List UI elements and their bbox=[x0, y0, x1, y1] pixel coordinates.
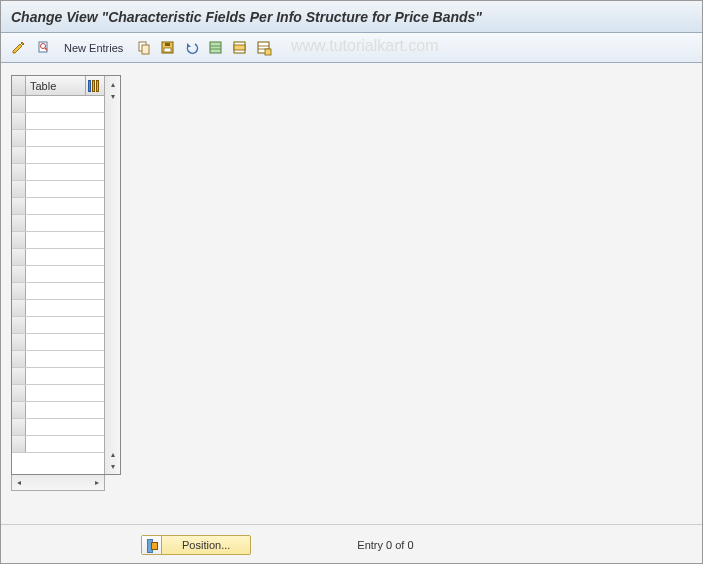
row-selector[interactable] bbox=[12, 130, 26, 146]
table-row[interactable] bbox=[12, 181, 104, 198]
table-row[interactable] bbox=[12, 385, 104, 402]
row-selector[interactable] bbox=[12, 368, 26, 384]
scroll-down-step[interactable]: ▴ bbox=[107, 448, 119, 460]
row-selector[interactable] bbox=[12, 402, 26, 418]
table-row[interactable] bbox=[12, 198, 104, 215]
row-cell[interactable] bbox=[26, 249, 104, 265]
select-all-rows-handle[interactable] bbox=[12, 76, 26, 95]
other-view-button[interactable] bbox=[33, 38, 53, 58]
row-cell[interactable] bbox=[26, 130, 104, 146]
svg-rect-6 bbox=[164, 48, 171, 52]
table-row[interactable] bbox=[12, 351, 104, 368]
table-row[interactable] bbox=[12, 249, 104, 266]
row-selector[interactable] bbox=[12, 385, 26, 401]
data-table: Table ▴ ▾ ▴ ▾ bbox=[11, 75, 121, 475]
scroll-left-button[interactable]: ◂ bbox=[12, 476, 26, 490]
row-cell[interactable] bbox=[26, 198, 104, 214]
header-bar: Change View "Characteristic Fields Per I… bbox=[1, 1, 702, 33]
copy-icon bbox=[136, 40, 152, 56]
table-row[interactable] bbox=[12, 334, 104, 351]
table-row[interactable] bbox=[12, 215, 104, 232]
table-row[interactable] bbox=[12, 368, 104, 385]
scroll-up-step[interactable]: ▾ bbox=[107, 90, 119, 102]
column-header-table[interactable]: Table bbox=[26, 76, 86, 95]
row-selector[interactable] bbox=[12, 96, 26, 112]
row-cell[interactable] bbox=[26, 181, 104, 197]
row-selector[interactable] bbox=[12, 232, 26, 248]
svg-rect-12 bbox=[234, 45, 245, 50]
row-selector[interactable] bbox=[12, 147, 26, 163]
table-row[interactable] bbox=[12, 266, 104, 283]
table-header-row: Table bbox=[12, 76, 104, 96]
vertical-scrollbar[interactable]: ▴ ▾ ▴ ▾ bbox=[104, 76, 120, 474]
deselect-all-button[interactable] bbox=[254, 38, 274, 58]
row-cell[interactable] bbox=[26, 215, 104, 231]
table-row[interactable] bbox=[12, 96, 104, 113]
row-selector[interactable] bbox=[12, 181, 26, 197]
find-icon bbox=[35, 40, 51, 56]
svg-rect-16 bbox=[265, 49, 271, 55]
row-cell[interactable] bbox=[26, 419, 104, 435]
row-selector[interactable] bbox=[12, 436, 26, 452]
row-selector[interactable] bbox=[12, 249, 26, 265]
svg-rect-7 bbox=[165, 43, 170, 46]
row-cell[interactable] bbox=[26, 351, 104, 367]
copy-button[interactable] bbox=[134, 38, 154, 58]
position-button[interactable]: Position... bbox=[141, 535, 251, 555]
row-selector[interactable] bbox=[12, 164, 26, 180]
row-selector[interactable] bbox=[12, 266, 26, 282]
row-cell[interactable] bbox=[26, 317, 104, 333]
row-cell[interactable] bbox=[26, 283, 104, 299]
row-selector[interactable] bbox=[12, 215, 26, 231]
table-row[interactable] bbox=[12, 147, 104, 164]
content-area: Table ▴ ▾ ▴ ▾ ◂ ▸ Posi bbox=[1, 63, 702, 563]
table-row[interactable] bbox=[12, 419, 104, 436]
table-row[interactable] bbox=[12, 300, 104, 317]
new-entries-button[interactable]: New Entries bbox=[57, 39, 130, 57]
row-cell[interactable] bbox=[26, 232, 104, 248]
save-variant-button[interactable] bbox=[158, 38, 178, 58]
row-cell[interactable] bbox=[26, 266, 104, 282]
change-display-button[interactable] bbox=[9, 38, 29, 58]
horizontal-scrollbar[interactable]: ◂ ▸ bbox=[11, 475, 105, 491]
row-selector[interactable] bbox=[12, 283, 26, 299]
page-title: Change View "Characteristic Fields Per I… bbox=[11, 9, 482, 25]
select-block-button[interactable] bbox=[230, 38, 250, 58]
row-cell[interactable] bbox=[26, 385, 104, 401]
row-selector[interactable] bbox=[12, 419, 26, 435]
select-all-icon bbox=[208, 40, 224, 56]
table-row[interactable] bbox=[12, 113, 104, 130]
entry-status: Entry 0 of 0 bbox=[357, 539, 413, 551]
table-row[interactable] bbox=[12, 317, 104, 334]
pencil-glasses-icon bbox=[11, 40, 27, 56]
table-row[interactable] bbox=[12, 283, 104, 300]
row-cell[interactable] bbox=[26, 300, 104, 316]
row-cell[interactable] bbox=[26, 436, 104, 452]
row-selector[interactable] bbox=[12, 317, 26, 333]
row-cell[interactable] bbox=[26, 147, 104, 163]
scroll-down-button[interactable]: ▾ bbox=[107, 460, 119, 472]
undo-button[interactable] bbox=[182, 38, 202, 58]
row-cell[interactable] bbox=[26, 334, 104, 350]
row-cell[interactable] bbox=[26, 96, 104, 112]
scroll-up-button[interactable]: ▴ bbox=[107, 78, 119, 90]
table-row[interactable] bbox=[12, 164, 104, 181]
table-config-button[interactable] bbox=[86, 76, 104, 95]
table-row[interactable] bbox=[12, 232, 104, 249]
table-row[interactable] bbox=[12, 436, 104, 453]
row-cell[interactable] bbox=[26, 402, 104, 418]
row-cell[interactable] bbox=[26, 113, 104, 129]
select-all-button[interactable] bbox=[206, 38, 226, 58]
row-selector[interactable] bbox=[12, 113, 26, 129]
undo-icon bbox=[184, 40, 200, 56]
svg-rect-8 bbox=[210, 42, 221, 53]
row-selector[interactable] bbox=[12, 351, 26, 367]
scroll-right-button[interactable]: ▸ bbox=[90, 476, 104, 490]
table-row[interactable] bbox=[12, 130, 104, 147]
row-selector[interactable] bbox=[12, 300, 26, 316]
row-selector[interactable] bbox=[12, 198, 26, 214]
table-row[interactable] bbox=[12, 402, 104, 419]
row-cell[interactable] bbox=[26, 368, 104, 384]
row-selector[interactable] bbox=[12, 334, 26, 350]
row-cell[interactable] bbox=[26, 164, 104, 180]
